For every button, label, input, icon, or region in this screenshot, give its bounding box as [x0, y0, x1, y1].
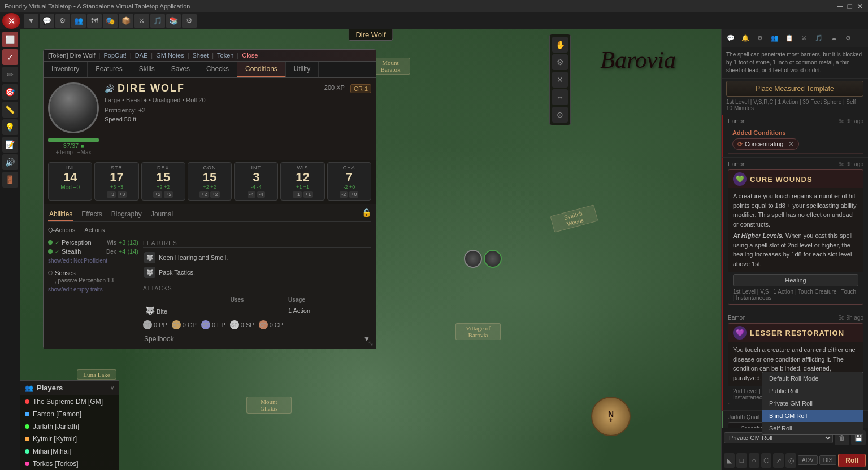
currency-gp[interactable]: GP 0 GP [172, 320, 197, 329]
con-save-btn[interactable]: +2 [199, 191, 209, 198]
popout-link[interactable]: PopOut! [103, 52, 126, 59]
tab-abilities[interactable]: Abilities [48, 208, 73, 221]
settings2-icon[interactable]: ⚙ [182, 14, 197, 28]
perception-name[interactable]: Perception [62, 239, 105, 246]
sidebar-sound-tool[interactable]: 🔊 [2, 154, 18, 170]
wis-save-btn[interactable]: +1 [293, 191, 302, 198]
currency-cp[interactable]: CP 0 CP [259, 320, 283, 329]
currency-pp[interactable]: PP 0 PP [143, 320, 167, 329]
currency-sp[interactable]: SP 0 SP [230, 320, 254, 329]
feature-row-pack[interactable]: 🐺 Pack Tactics. [143, 265, 371, 280]
dae-link[interactable]: DAE [135, 52, 148, 59]
advantage-button[interactable]: ADV [798, 455, 818, 465]
currency-ep[interactable]: EP 0 EP [201, 320, 225, 329]
menu-arrow-button[interactable]: ▼ [24, 14, 38, 28]
sheet-link[interactable]: Sheet [193, 52, 209, 59]
cha-save-btn[interactable]: -2 [340, 191, 348, 198]
right-scenes-btn[interactable]: 📋 [783, 32, 796, 45]
actions-header[interactable]: Actions [84, 227, 105, 233]
traits-link[interactable]: show/edit empty traits [48, 286, 103, 293]
maximize-button[interactable]: □ [848, 2, 852, 11]
dropdown-private-gm-roll[interactable]: Private GM Roll [762, 397, 863, 410]
sidebar-draw-tool[interactable]: ✏ [2, 67, 18, 82]
disadvantage-button[interactable]: DIS [819, 455, 837, 465]
sidebar-expand-tool[interactable]: ⤢ [2, 49, 18, 65]
map-token[interactable] [464, 250, 482, 268]
resize-handle[interactable]: ⤡ [368, 340, 374, 347]
compendium-icon[interactable]: 📚 [166, 14, 181, 28]
bottom-circle-btn[interactable]: ○ [749, 453, 760, 468]
not-proficient-link[interactable]: show/edit Not Proficient [48, 258, 107, 264]
dropdown-public-roll[interactable]: Public Roll [762, 385, 863, 397]
sidebar-door-tool[interactable]: 🚪 [2, 172, 18, 188]
right-users-btn[interactable]: 👥 [768, 32, 782, 45]
sidebar-light-tool[interactable]: 💡 [2, 119, 18, 135]
nav-tab-skills[interactable]: Skills [131, 62, 163, 77]
bottom-square-btn[interactable]: □ [736, 453, 747, 468]
stat-wis[interactable]: Wis 12 +1 +1 +1 +1 [280, 162, 324, 201]
healing-button[interactable]: Healing [733, 274, 858, 286]
right-items-btn[interactable]: ⚔ [797, 32, 811, 45]
close-link[interactable]: Close [242, 52, 258, 59]
scenes-icon[interactable]: 🎭 [103, 14, 118, 28]
lock-icon[interactable]: 🔒 [362, 208, 371, 221]
lesser-restoration-header[interactable]: 💜 Lesser Restoration [728, 324, 863, 342]
bottom-triangle-btn[interactable]: ◣ [724, 453, 735, 468]
sidebar-notes-tool[interactable]: 📝 [2, 137, 18, 153]
map-tool-x[interactable]: ✕ [552, 72, 568, 88]
str-save-btn[interactable]: +3 [107, 191, 116, 198]
dropdown-default-roll[interactable]: Default Roll Mode [762, 372, 863, 385]
str-check-btn[interactable]: +3 [118, 191, 127, 198]
gm-notes-link[interactable]: GM Notes [156, 52, 184, 59]
right-notifications-btn[interactable]: 🔔 [739, 32, 752, 45]
dropdown-self-roll[interactable]: Self Roll [762, 422, 863, 434]
app-logo[interactable]: ⚔ [2, 13, 20, 29]
tab-effects[interactable]: Effects [80, 208, 103, 221]
nav-tab-features[interactable]: Features [88, 62, 131, 77]
sidebar-measure-tool[interactable]: 📏 [2, 102, 18, 118]
right-gear-btn[interactable]: ⚙ [841, 32, 855, 45]
int-check-btn[interactable]: -4 [257, 191, 265, 198]
map-token-2[interactable] [484, 250, 502, 268]
nav-tab-saves[interactable]: Saves [163, 62, 198, 77]
con-check-btn[interactable]: +2 [210, 191, 219, 198]
sound-icon[interactable]: 🔊 [105, 84, 114, 93]
condition-remove-btn[interactable]: ✕ [788, 140, 794, 148]
minimize-button[interactable]: ─ [837, 2, 843, 11]
nav-tab-inventory[interactable]: Inventory [44, 62, 88, 77]
players-toggle-icon[interactable]: ∨ [110, 385, 114, 391]
place-measured-template-button[interactable]: Place Measured Template [726, 81, 863, 97]
sidebar-target-tool[interactable]: 🎯 [2, 84, 18, 100]
settings-icon[interactable]: ⚙ [55, 14, 70, 28]
map-tool-arrows[interactable]: ↔ [552, 89, 568, 105]
stat-dex[interactable]: Dex 15 +2 +2 +2 +2 [141, 162, 185, 201]
stat-int[interactable]: Int 3 -4 -4 -4 -4 [234, 162, 278, 201]
feature-row-keen[interactable]: 🐺 Keen Hearing and Smell. [143, 250, 371, 265]
map-tool-cursor[interactable]: ✋ [552, 37, 568, 53]
users-icon[interactable]: 👥 [71, 14, 86, 28]
roll-button[interactable]: Roll [838, 454, 866, 467]
map-tool-target[interactable]: ⊙ [552, 107, 568, 123]
dex-save-btn[interactable]: +2 [153, 191, 162, 198]
nav-tab-utility[interactable]: Utility [286, 62, 319, 77]
hp-max-label[interactable]: +Max [77, 149, 92, 155]
close-button[interactable]: ✕ [857, 2, 863, 11]
int-save-btn[interactable]: -4 [248, 191, 255, 198]
right-playlists-btn[interactable]: 🎵 [812, 32, 826, 45]
right-settings-btn[interactable]: ⚙ [753, 32, 767, 45]
stat-str[interactable]: Str 17 +3 +3 +3 +3 [94, 162, 138, 201]
dex-check-btn[interactable]: +2 [164, 191, 173, 198]
playlists-icon[interactable]: 🎵 [150, 14, 165, 28]
tab-biography[interactable]: Biography [110, 208, 143, 221]
stat-cha[interactable]: Cha 7 -2 +0 -2 +0 [327, 162, 371, 201]
stat-con[interactable]: Con 15 +2 +2 +2 +2 [188, 162, 232, 201]
players-header[interactable]: 👥 Players ∨ [20, 381, 119, 395]
items-icon[interactable]: 📦 [119, 14, 133, 28]
tab-journal[interactable]: Journal [150, 208, 174, 221]
bottom-polygon-btn[interactable]: ⬡ [761, 453, 772, 468]
attack-row-bite[interactable]: 🐺 Bite 1 Action [143, 304, 371, 317]
right-chat-btn[interactable]: 💬 [724, 32, 737, 45]
window-controls[interactable]: ─ □ ✕ [837, 2, 863, 11]
nav-tab-checks[interactable]: Checks [198, 62, 237, 77]
dropdown-blind-gm-roll[interactable]: Blind GM Roll [762, 410, 863, 422]
